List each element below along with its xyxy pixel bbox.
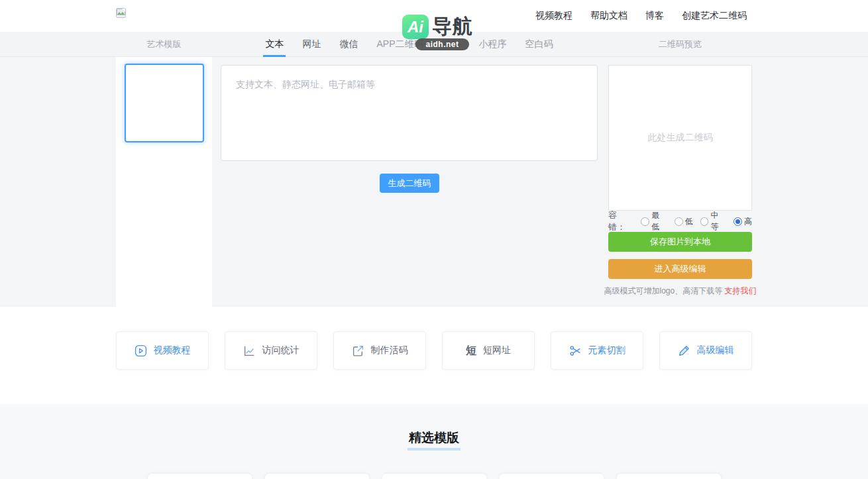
feature-visit-stats[interactable]: 访问统计 — [225, 331, 317, 370]
qrcode-preview-box: 此处生成二维码 — [608, 65, 752, 211]
radio-selected-icon — [733, 217, 742, 226]
support-us-link[interactable]: 支持我们 — [725, 286, 757, 295]
save-image-button[interactable]: 保存图片到本地 — [608, 232, 752, 252]
short-char-icon: 短 — [466, 344, 476, 358]
qrcode-preview-column-label: 二维码预览 — [659, 38, 702, 50]
template-card-top[interactable] — [617, 474, 721, 479]
radio-label: 高 — [744, 216, 752, 227]
error-tolerance-label: 容错： — [608, 209, 633, 233]
template-card-top[interactable] — [382, 474, 486, 479]
tolerance-radio-low[interactable]: 低 — [675, 216, 693, 227]
nav-create-art-qrcode[interactable]: 创建艺术二维码 — [682, 10, 747, 22]
site-logo-broken-image-icon[interactable] — [116, 8, 126, 18]
radio-icon — [641, 217, 649, 226]
nav-help-docs[interactable]: 帮助文档 — [590, 10, 627, 22]
art-template-column-label: 艺术模版 — [147, 38, 182, 50]
feature-advanced-edit[interactable]: 高级编辑 — [659, 331, 752, 370]
feature-shortcuts: 视频教程 访问统计 制作活码 短 短网址 — [0, 307, 868, 404]
feature-video-tutorial[interactable]: 视频教程 — [116, 331, 209, 370]
pen-icon — [678, 345, 690, 357]
tolerance-radio-medium[interactable]: 中等 — [700, 210, 726, 233]
feature-live-code[interactable]: 制作活码 — [333, 331, 426, 370]
line-chart-icon — [243, 345, 256, 357]
feature-label: 访问统计 — [262, 345, 299, 356]
watermark-logo-text: 导航 — [432, 13, 473, 40]
radio-icon — [700, 217, 709, 226]
feature-element-cut[interactable]: 元素切割 — [551, 331, 643, 370]
advanced-edit-button[interactable]: 进入高级编辑 — [608, 259, 752, 279]
qrcode-content-input[interactable] — [221, 65, 598, 161]
advanced-mode-note: 高级模式可增加logo、高清下载等 支持我们 — [602, 286, 759, 297]
share-box-icon — [352, 345, 364, 357]
template-card-top[interactable] — [500, 474, 604, 479]
feature-label: 元素切割 — [588, 345, 625, 356]
watermark-domain-badge: aidh.net — [415, 38, 469, 50]
generate-qrcode-button[interactable]: 生成二维码 — [380, 174, 439, 193]
qrcode-preview-placeholder: 此处生成二维码 — [648, 132, 713, 144]
tab-text[interactable]: 文本 — [263, 32, 286, 57]
feature-label: 制作活码 — [371, 345, 408, 356]
tab-url[interactable]: 网址 — [300, 32, 323, 57]
selected-template-thumbnail[interactable] — [125, 64, 204, 142]
ai-logo-icon: Ai — [402, 15, 429, 39]
template-sidebar — [116, 57, 212, 307]
feature-label: 高级编辑 — [697, 345, 734, 356]
template-cards-row — [148, 474, 721, 479]
radio-label: 低 — [685, 216, 693, 227]
note-text: 高级模式可增加logo、高清下载等 — [604, 286, 722, 295]
radio-icon — [675, 217, 683, 226]
radio-label: 中等 — [710, 210, 726, 233]
feature-label: 视频教程 — [154, 345, 191, 356]
scissors-icon — [569, 345, 582, 357]
feature-short-url[interactable]: 短 短网址 — [442, 331, 535, 370]
featured-templates-section: 精选模版 — [0, 404, 868, 479]
radio-label: 最低 — [651, 210, 667, 233]
nav-video-tutorial[interactable]: 视频教程 — [535, 10, 572, 22]
template-card-top[interactable] — [265, 474, 369, 479]
tab-miniprogram[interactable]: 小程序 — [477, 32, 509, 57]
editor-area: 生成二维码 此处生成二维码 容错： 最低 低 中等 高 保存图片到本地 进入高级… — [0, 57, 868, 307]
play-circle-icon — [135, 345, 147, 357]
template-card-top[interactable] — [148, 474, 252, 479]
top-nav: 视频教程 帮助文档 博客 创建艺术二维码 — [535, 0, 747, 32]
error-tolerance-group: 容错： 最低 低 中等 高 — [608, 216, 752, 227]
featured-templates-title: 精选模版 — [407, 429, 461, 451]
feature-label: 短网址 — [483, 345, 511, 356]
watermark-logo: Ai 导航 — [402, 13, 473, 40]
nav-blog[interactable]: 博客 — [645, 10, 664, 22]
tab-wechat[interactable]: 微信 — [337, 32, 360, 57]
tab-blank-code[interactable]: 空白码 — [523, 32, 555, 57]
tolerance-radio-high[interactable]: 高 — [733, 216, 752, 227]
tolerance-radio-lowest[interactable]: 最低 — [641, 210, 667, 233]
